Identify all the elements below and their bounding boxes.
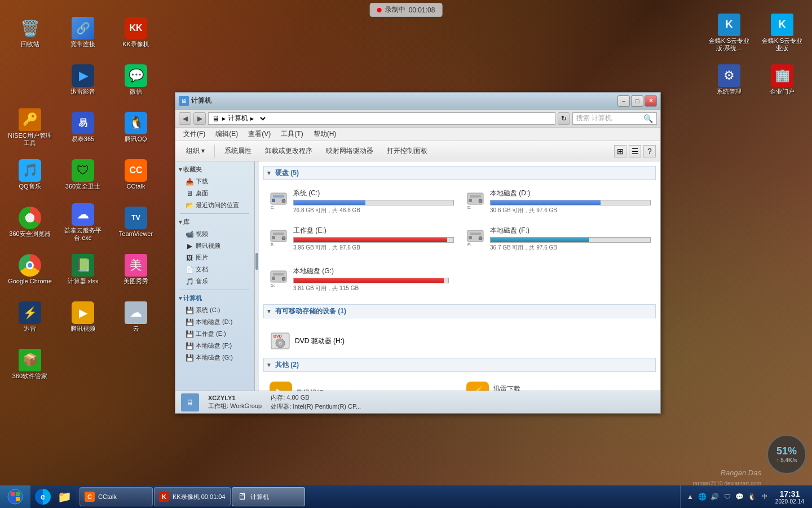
address-dropdown[interactable]: [256, 114, 267, 123]
tray-qq-tray[interactable]: 🐧: [747, 492, 757, 502]
yitai-icon: 易: [72, 112, 94, 134]
close-button[interactable]: ✕: [645, 95, 657, 107]
drive-d-name: 本地磁盘 (D:): [490, 189, 651, 198]
sidebar-documents[interactable]: 📄 文档: [175, 264, 254, 275]
sidebar-pictures[interactable]: 🖼 图片: [175, 252, 254, 264]
task-explorer-label: 计算机: [250, 493, 269, 501]
task-kk[interactable]: K KK录像机 00:01:04: [154, 487, 231, 506]
sidebar-favorites-header[interactable]: ▾ 收藏夹: [175, 164, 254, 176]
icon-sysmanage[interactable]: ⚙ 系统管理: [704, 58, 754, 103]
sidebar-download[interactable]: 📥 下载: [175, 176, 254, 187]
drive-e[interactable]: E: 工作盘 (E:) 3.95 GB 可用，共 97.6 GB: [266, 223, 457, 255]
tray-network[interactable]: 🌐: [698, 492, 708, 502]
sidebar-local-f[interactable]: 💾 本地磁盘 (F:): [175, 340, 254, 352]
pinned-ie[interactable]: e: [33, 487, 53, 507]
dvd-drive[interactable]: DVD DVD 驱动器 (H:): [268, 329, 654, 353]
map-drive-button[interactable]: 映射网络驱动器: [320, 143, 379, 159]
sidebar-videos[interactable]: 📹 视频: [175, 228, 254, 240]
other-header[interactable]: ▼ 其他 (2): [263, 358, 656, 372]
icon-360soft[interactable]: 📦 360软件管家: [5, 342, 55, 387]
icon-tencent-video-desktop[interactable]: ▶ 腾讯视频: [58, 295, 108, 340]
drive-c[interactable]: C: 系统 (C:) 26.8 GB 可用，共 48.8 GB: [266, 186, 457, 217]
tray-wechat-tray[interactable]: 💬: [735, 492, 745, 502]
maximize-button[interactable]: □: [631, 95, 643, 107]
icon-kis1[interactable]: K 金蝶KIS云专业版·系统...: [704, 10, 754, 55]
forward-button[interactable]: ▶: [193, 112, 206, 125]
hard-disks-header[interactable]: ▼ 硬盘 (5): [263, 166, 656, 180]
icon-recycle[interactable]: 🗑️ 回收站: [5, 10, 55, 55]
menu-tools[interactable]: 工具(T): [276, 128, 307, 140]
properties-button[interactable]: 系统属性: [218, 143, 258, 159]
icon-wechat[interactable]: 💬 微信: [111, 58, 161, 103]
360browser-label: 360安全浏览器: [9, 230, 50, 238]
view-list-button[interactable]: ☰: [629, 145, 641, 157]
sidebar-recent[interactable]: 📂 最近访问的位置: [175, 199, 254, 211]
other-xunlei[interactable]: ⚡ 迅雷下载 系统文件夹: [462, 378, 654, 391]
icon-kis2[interactable]: K 金蝶KIS云专业业版: [757, 10, 807, 55]
icon-qqmusic[interactable]: 🎵 QQ音乐: [5, 152, 55, 198]
removable-header[interactable]: ▼ 有可移动存储的设备 (1): [263, 304, 656, 318]
sidebar-tencent-video[interactable]: ▶ 腾讯视频: [175, 240, 254, 252]
minimize-button[interactable]: −: [617, 95, 630, 107]
tray-volume[interactable]: 🔊: [710, 492, 720, 502]
task-explorer[interactable]: 🖥 计算机: [232, 487, 305, 506]
drive-c-name: 系统 (C:): [293, 189, 454, 198]
sidebar-music[interactable]: 🎵 音乐: [175, 275, 254, 287]
task-cctalk[interactable]: C CCtalk: [80, 487, 153, 506]
tray-expand[interactable]: ▲: [685, 492, 695, 502]
search-box[interactable]: 搜索 计算机 🔍: [572, 112, 657, 125]
menu-help[interactable]: 帮助(H): [309, 128, 341, 140]
sidebar-local-d[interactable]: 💾 本地磁盘 (D:): [175, 316, 254, 328]
icon-xunlei[interactable]: ⚡ 迅雷: [5, 295, 55, 340]
icon-360browser[interactable]: 360安全浏览器: [5, 200, 55, 245]
drive-g[interactable]: G: 本地磁盘 (G:) 3.81 GB 可用，共 115 GB: [266, 264, 452, 295]
icon-nisec[interactable]: 🔑 NISEC用户管理工具: [5, 105, 55, 150]
sidebar-desktop[interactable]: 🖥 桌面: [175, 187, 254, 199]
nisec-label: NISEC用户管理工具: [7, 132, 52, 147]
icon-kk[interactable]: KK KK录像机: [111, 10, 161, 55]
icon-yitaiyun[interactable]: ☁ 益泰云服务平台.exe: [58, 200, 108, 245]
icon-chrome[interactable]: Google Chrome: [5, 247, 55, 292]
icon-enterprise[interactable]: 🏢 企业门户: [757, 58, 807, 103]
icon-cloud[interactable]: ☁ 云: [111, 295, 161, 340]
sidebar-computer-header[interactable]: ▾ 计算机: [175, 292, 254, 304]
tray-security[interactable]: 🛡: [722, 492, 732, 502]
sidebar-local-g[interactable]: 💾 本地磁盘 (G:): [175, 352, 254, 364]
sidebar-scrollbar[interactable]: [254, 161, 259, 391]
refresh-button[interactable]: ↻: [558, 112, 570, 125]
control-panel-button[interactable]: 打开控制面板: [381, 143, 434, 159]
sidebar-sys-c[interactable]: 💾 系统 (C:): [175, 304, 254, 316]
drive-d[interactable]: D: 本地磁盘 (D:) 30.6 GB 可用，共 97.6 GB: [462, 186, 654, 217]
sidebar-music-label: 音乐: [196, 277, 208, 286]
drive-f[interactable]: F: 本地磁盘 (F:) 36.7 GB 可用，共 97.6 GB: [462, 223, 654, 255]
other-tencent-video[interactable]: ▶ 腾讯视频: [266, 378, 457, 391]
icon-qq[interactable]: 🐧 腾讯QQ: [111, 105, 161, 150]
icon-calculator[interactable]: 📗 计算器.xlsx: [58, 247, 108, 292]
menu-edit[interactable]: 编辑(E): [211, 128, 242, 140]
icon-teamviewer[interactable]: TV TeamViewer: [111, 200, 161, 245]
sidebar-library-header[interactable]: ▾ 库: [175, 216, 254, 228]
calculator-icon: 📗: [72, 254, 94, 277]
removable-arrow: ▼: [266, 308, 272, 314]
view-help-button[interactable]: ?: [643, 145, 656, 157]
pinned-explorer[interactable]: 📁: [54, 487, 74, 507]
icon-thunder-video[interactable]: ▶ 迅雷影音: [58, 58, 108, 103]
organize-button[interactable]: 组织 ▾: [180, 143, 211, 159]
toolbar: 组织 ▾ 系统属性 卸载或更改程序 映射网络驱动器 打开控制面板 ⊞ ☰ ?: [175, 141, 660, 161]
icon-cctalk[interactable]: CC CCtalk: [111, 152, 161, 198]
icon-360[interactable]: 🛡 360安全卫士: [58, 152, 108, 198]
icon-yitai[interactable]: 易 易泰365: [58, 105, 108, 150]
menu-view[interactable]: 查看(V): [244, 128, 275, 140]
icon-meitu[interactable]: 美 美图秀秀: [111, 247, 161, 292]
tray-clock[interactable]: 17:31 2020-02-14: [772, 489, 807, 505]
sidebar-work-e[interactable]: 💾 工作盘 (E:): [175, 328, 254, 340]
icon-broadband[interactable]: 🔗 宽带连接: [58, 10, 108, 55]
start-button[interactable]: [0, 485, 30, 508]
view-icon-button[interactable]: ⊞: [614, 145, 626, 157]
sidebar-div2: [180, 290, 249, 290]
tray-input[interactable]: 中: [760, 492, 770, 502]
menu-file[interactable]: 文件(F): [179, 128, 210, 140]
address-input[interactable]: 🖥 ▸ 计算机 ▸: [208, 112, 555, 125]
back-button[interactable]: ◀: [179, 112, 191, 125]
uninstall-button[interactable]: 卸载或更改程序: [259, 143, 319, 159]
